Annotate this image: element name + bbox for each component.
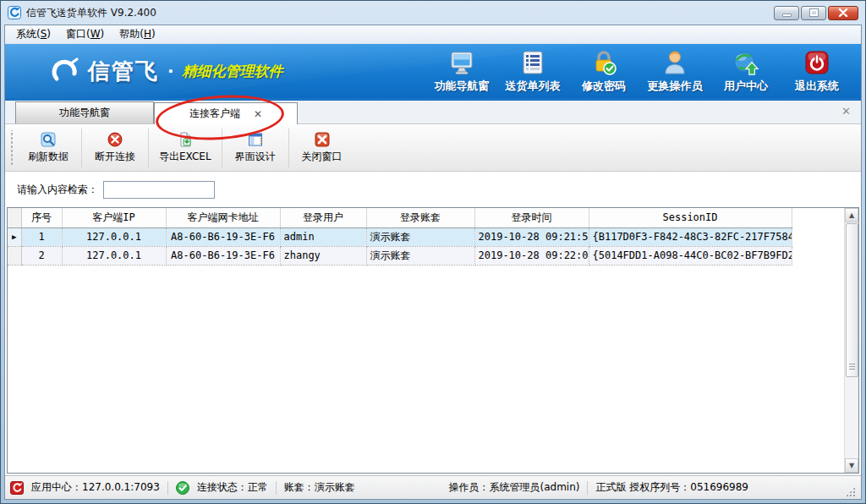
app-frame: 系统(S) 窗口(W) 帮助(H) 信管飞 · 精细化管理软件	[4, 25, 862, 500]
column-header-session-id[interactable]: SessionID	[589, 208, 792, 227]
ui-design-icon	[248, 132, 263, 147]
table-row[interactable]: 2 127.0.0.1 A8-60-B6-19-3E-F6 zhangy 演示账…	[8, 246, 792, 265]
menu-label: 系统(	[16, 28, 41, 40]
table-cell[interactable]: 2019-10-28 09:22:08	[474, 246, 589, 265]
brand-slogan: 精细化管理软件	[183, 62, 283, 81]
banner-button-change-password[interactable]: 修改密码	[568, 49, 639, 94]
table-cell[interactable]: {B117D0F3-F842-48C3-82FC-217F75849477}	[589, 227, 792, 246]
close-window-icon	[315, 132, 330, 147]
table-cell[interactable]: 127.0.0.1	[62, 246, 166, 265]
column-header-login-time[interactable]: 登录时间	[474, 208, 589, 227]
menu-window[interactable]: 窗口(W)	[58, 25, 112, 44]
table-cell[interactable]: 2	[21, 246, 62, 265]
brand-separator: ·	[167, 61, 174, 81]
clients-table: 序号 客户端IP 客户端网卡地址 登录用户 登录账套 登录时间 SessionI…	[8, 208, 792, 266]
column-header-seq[interactable]: 序号	[21, 208, 62, 227]
status-divider	[276, 481, 277, 495]
brand-name: 信管飞	[88, 57, 159, 86]
table-cell[interactable]: 演示账套	[366, 227, 474, 246]
tab-connected-clients[interactable]: 连接客户端 ✕	[154, 102, 298, 124]
header-row-selector	[8, 208, 21, 227]
power-icon	[803, 49, 830, 76]
scrollbar-track[interactable]	[845, 377, 858, 458]
vertical-scrollbar[interactable]: ▲ ▼	[844, 208, 858, 473]
disconnect-button[interactable]: 断开连接	[85, 128, 145, 168]
table-header-row: 序号 客户端IP 客户端网卡地址 登录用户 登录账套 登录时间 SessionI…	[8, 208, 792, 227]
scroll-up-icon[interactable]: ▲	[845, 208, 858, 222]
table-row[interactable]: ▶ 1 127.0.0.1 A8-60-B6-19-3E-F6 admin 演示…	[8, 227, 792, 246]
maximize-button[interactable]	[801, 6, 826, 20]
toolbar-separator	[222, 129, 222, 167]
tab-close-icon[interactable]: ✕	[254, 108, 262, 120]
status-operator: 操作员：系统管理员(admin)	[449, 480, 580, 495]
minimize-button[interactable]	[774, 6, 799, 20]
banner-button-exit-system[interactable]: 退出系统	[781, 49, 852, 94]
search-label: 请输入内容检索：	[17, 183, 98, 197]
table-cell[interactable]: 1	[21, 227, 62, 246]
close-window-button[interactable]: 关闭窗口	[293, 128, 352, 168]
banner-button-label: 功能导航窗	[435, 79, 490, 94]
search-row: 请输入内容检索：	[5, 172, 861, 207]
table-cell[interactable]: 2019-10-28 09:21:54	[474, 227, 589, 246]
table-cell[interactable]: {5014FDD1-A098-44C0-BC02-BF7B9FD27795}	[589, 246, 792, 265]
table-cell[interactable]: admin	[280, 227, 366, 246]
column-header-mac[interactable]: 客户端网卡地址	[166, 208, 280, 227]
menu-label: )	[151, 28, 156, 40]
menu-label: 窗口(	[66, 28, 90, 40]
banner-button-delivery-list[interactable]: 送货单列表	[497, 49, 568, 94]
banner-button-user-center[interactable]: 用户中心	[710, 49, 781, 94]
resize-grip[interactable]	[845, 486, 856, 497]
refresh-data-button[interactable]: 刷新数据	[19, 128, 78, 168]
status-divider	[587, 481, 588, 495]
status-connection: 连接状态：正常	[197, 480, 268, 495]
connection-ok-icon	[176, 481, 189, 495]
column-header-client-ip[interactable]: 客户端IP	[62, 208, 166, 227]
app-logo-icon	[8, 6, 21, 19]
toolbar: 刷新数据 断开连接 导出EXCEL	[5, 123, 861, 172]
row-marker-icon: ▶	[8, 227, 21, 246]
banner-button-label: 送货单列表	[506, 79, 561, 94]
scroll-down-icon[interactable]: ▼	[845, 458, 858, 473]
lock-check-icon	[590, 49, 617, 76]
banner-button-label: 更换操作员	[648, 79, 703, 94]
menu-system[interactable]: 系统(S)	[8, 25, 58, 44]
menu-help[interactable]: 帮助(H)	[112, 25, 162, 44]
toolbar-separator	[288, 129, 289, 167]
search-input[interactable]	[103, 181, 215, 199]
close-icon	[838, 8, 848, 17]
table-cell[interactable]: A8-60-B6-19-3E-F6	[166, 227, 280, 246]
tool-button-label: 关闭窗口	[302, 150, 343, 164]
scrollbar-thumb[interactable]	[846, 223, 858, 377]
menu-label: )	[47, 28, 51, 40]
column-header-account-set[interactable]: 登录账套	[366, 208, 474, 227]
toolbar-grip-handle[interactable]	[9, 130, 14, 166]
close-button[interactable]	[828, 6, 858, 20]
tab-nav-window[interactable]: 功能导航窗	[15, 101, 154, 123]
status-license: 正式版 授权序列号：051696989	[595, 480, 748, 495]
tool-button-label: 导出EXCEL	[159, 150, 211, 164]
table-cell[interactable]: zhangy	[280, 246, 366, 265]
tool-button-label: 断开连接	[95, 150, 135, 164]
list-icon	[519, 49, 546, 76]
table-cell[interactable]: 127.0.0.1	[62, 227, 166, 246]
table-cell[interactable]: A8-60-B6-19-3E-F6	[166, 246, 280, 265]
tabstrip-close-icon[interactable]: ✕	[841, 105, 851, 118]
titlebar: 信管飞送货单软件 V9.2.400	[4, 1, 862, 25]
ui-design-button[interactable]: 界面设计	[226, 128, 285, 168]
tab-label: 连接客户端	[189, 107, 240, 121]
status-app-center: 应用中心：127.0.0.1:7093	[31, 480, 160, 495]
banner-button-switch-operator[interactable]: 更换操作员	[639, 49, 710, 94]
row-selector	[8, 246, 21, 265]
menu-label: 帮助(	[119, 28, 144, 40]
tool-button-label: 刷新数据	[28, 150, 69, 164]
banner-button-nav-window[interactable]: 功能导航窗	[426, 49, 497, 94]
table-cell[interactable]: 演示账套	[366, 246, 474, 265]
statusbar: 应用中心：127.0.0.1:7093 连接状态：正常 账套：演示账套 操作员：…	[5, 475, 861, 499]
menu-mnemonic: W	[90, 28, 101, 40]
menu-label: )	[101, 28, 105, 40]
export-excel-button[interactable]: 导出EXCEL	[152, 128, 218, 168]
globe-arrow-icon	[732, 49, 759, 76]
menu-mnemonic: H	[144, 28, 151, 40]
export-excel-icon	[178, 132, 193, 147]
column-header-login-user[interactable]: 登录用户	[280, 208, 366, 227]
